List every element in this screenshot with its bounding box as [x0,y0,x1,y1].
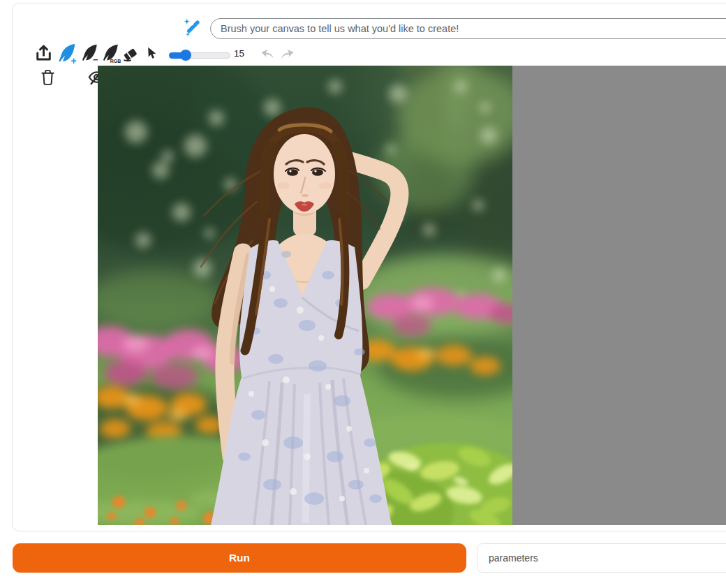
undo-button[interactable] [259,45,276,61]
brush-size-slider[interactable] [169,50,230,60]
redo-icon [279,45,296,61]
run-button[interactable]: Run [13,543,466,573]
cursor-icon [145,45,159,61]
undo-icon [259,45,276,61]
trash-icon [40,68,56,87]
svg-text:−: − [93,54,98,64]
svg-text:+: + [71,55,76,65]
brush-color-icon: RGB [100,43,121,64]
slider-thumb[interactable] [180,50,191,61]
park-portrait-illustration [98,66,512,525]
eraser-button[interactable] [121,44,140,63]
brush-subtract-button[interactable]: − [79,43,100,64]
brush-color-button[interactable]: RGB [100,43,121,64]
redo-button[interactable] [279,45,296,61]
upload-image-icon [34,44,53,63]
parameters-accordion[interactable]: parameters [477,543,726,573]
brush-subtract-icon: − [79,43,100,64]
upload-image-button[interactable] [34,44,53,63]
select-cursor-button[interactable] [145,45,159,61]
svg-text:RGB: RGB [110,59,121,64]
canvas-empty-area [512,66,726,525]
magic-wand-icon [182,17,204,39]
clear-canvas-button[interactable] [40,68,56,87]
editor-panel: + − RGB 15 [12,3,726,531]
brush-add-button[interactable]: + [55,42,78,65]
brush-add-icon: + [55,42,78,65]
prompt-input[interactable] [210,18,726,39]
canvas-image[interactable] [98,66,512,525]
brush-size-value: 15 [234,48,244,59]
eraser-icon [121,44,140,63]
